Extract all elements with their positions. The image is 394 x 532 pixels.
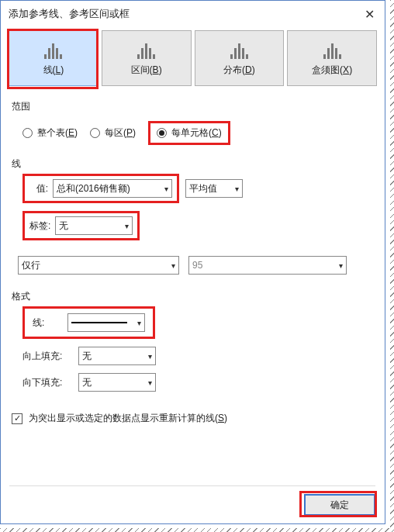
radio-per-cell[interactable]	[157, 128, 167, 138]
tab-boxplot[interactable]: 盒须图(X)	[287, 30, 377, 86]
line-preview-icon	[71, 322, 127, 323]
chevron-down-icon: ▾	[125, 222, 129, 230]
close-icon[interactable]: ✕	[360, 7, 378, 22]
radio-per-cell-label: 每单元格(C)	[171, 126, 222, 140]
format-section-label: 格式	[12, 290, 374, 303]
chart-dist-icon	[223, 40, 254, 59]
label-field-label: 标签:	[29, 219, 50, 233]
dialog-title: 添加参考线、参考区间或框	[9, 7, 130, 21]
chart-boxplot-icon	[316, 40, 347, 59]
tab-band[interactable]: 区间(B)	[102, 30, 192, 86]
tab-line[interactable]: 线(L)	[9, 30, 98, 86]
radio-per-pane[interactable]	[90, 128, 100, 138]
chart-band-icon	[131, 40, 162, 59]
row-only-select[interactable]: 仅行▾	[18, 256, 179, 275]
tab-row: 线(L) 区间(B) 分布(D) 盒须图(X)	[1, 27, 385, 86]
scope-radio-group: 整个表(E) 每区(P) 每单元格(C)	[12, 116, 374, 150]
number-select[interactable]: 95▾	[188, 256, 347, 275]
chevron-down-icon: ▾	[235, 185, 239, 193]
chevron-down-icon: ▾	[164, 185, 168, 193]
chart-line-icon	[38, 40, 69, 59]
chevron-down-icon: ▾	[148, 352, 152, 361]
chevron-down-icon: ▾	[339, 261, 343, 270]
tab-line-label: 线(L)	[43, 64, 64, 77]
title-bar: 添加参考线、参考区间或框 ✕	[1, 1, 385, 27]
chevron-down-icon: ▾	[137, 319, 141, 327]
line-style-select[interactable]: ▾	[67, 313, 145, 332]
aggregation-select[interactable]: 平均值▾	[185, 179, 243, 198]
chevron-down-icon: ▾	[148, 378, 152, 387]
value-label: 值:	[29, 182, 48, 195]
dialog-window: 添加参考线、参考区间或框 ✕ 线(L) 区间(B) 分布(D) 盒须图(X)	[0, 0, 385, 524]
recalc-checkbox-label: 为突出显示或选定的数据点显示重新计算的线(S)	[29, 412, 227, 425]
ok-button[interactable]: 确定	[304, 494, 375, 516]
highlight-line-style: 线: ▾	[22, 306, 155, 339]
label-select[interactable]: 无▾	[55, 216, 133, 235]
jagged-edge-bottom	[0, 528, 394, 532]
highlight-label-row: 标签: 无▾	[22, 211, 140, 240]
tab-band-label: 区间(B)	[131, 64, 162, 77]
tab-distribution[interactable]: 分布(D)	[195, 30, 285, 86]
scope-section-label: 范围	[12, 100, 374, 113]
fill-above-select[interactable]: 无▾	[78, 347, 156, 365]
button-bar: 确定	[9, 485, 375, 516]
highlight-per-cell: 每单元格(C)	[148, 121, 230, 145]
radio-entire-table[interactable]	[22, 128, 33, 138]
recalc-checkbox[interactable]	[12, 413, 22, 424]
jagged-edge-right	[390, 0, 394, 532]
fill-above-label: 向上填充:	[22, 350, 72, 363]
radio-per-pane-label: 每区(P)	[105, 126, 136, 140]
fill-below-label: 向下填充:	[22, 376, 72, 389]
chevron-down-icon: ▾	[171, 261, 175, 270]
value-select[interactable]: 总和(2016销售额)▾	[53, 179, 172, 198]
highlight-value-row: 值: 总和(2016销售额)▾	[22, 174, 179, 203]
line-style-label: 线:	[33, 316, 44, 330]
radio-entire-table-label: 整个表(E)	[37, 126, 78, 140]
dialog-content: 范围 整个表(E) 每区(P) 每单元格(C) 线 值: 总和(2016销售额)…	[1, 86, 385, 425]
fill-below-select[interactable]: 无▾	[78, 373, 156, 392]
tab-distribution-label: 分布(D)	[223, 64, 255, 77]
line-section-label: 线	[12, 157, 374, 171]
tab-boxplot-label: 盒须图(X)	[312, 64, 352, 77]
